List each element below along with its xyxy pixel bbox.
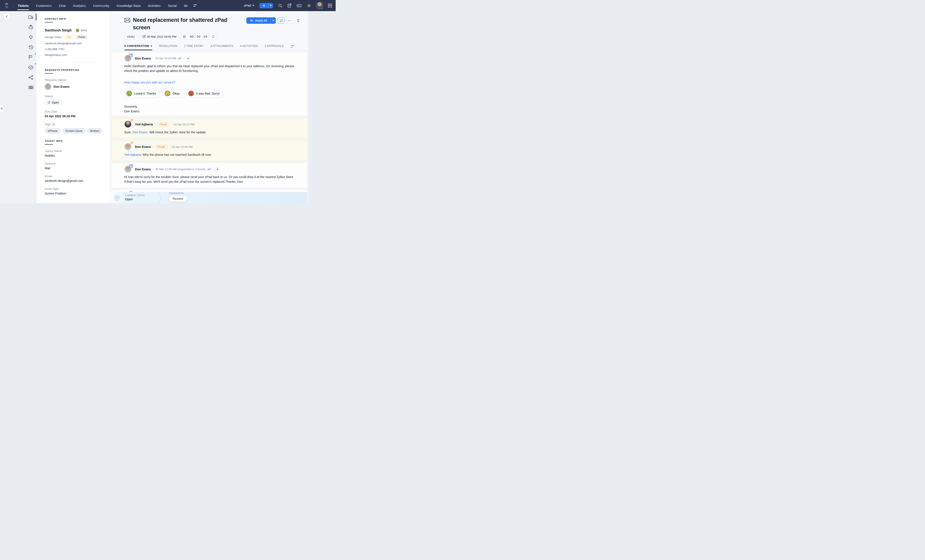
nav-item-analytics[interactable]: Analytics <box>72 1 86 11</box>
sidebar-item-integrations[interactable] <box>26 82 36 92</box>
left-sidebar: 2 4 <box>0 11 36 203</box>
section-underline <box>45 144 53 145</box>
collapse-panel-button[interactable] <box>3 13 10 20</box>
contact-company[interactable]: Design Indus <box>45 36 62 39</box>
conversation-list: Don Evans 03 Apr 10:10 AM Hello Santhosh… <box>110 51 309 203</box>
pause-icon[interactable] <box>182 34 188 39</box>
nav-more-menu-icon[interactable] <box>193 4 197 7</box>
tab-conversation[interactable]: 6 CONVERSATION <box>124 45 152 50</box>
ticket-info-title: TICKET INFO <box>45 140 103 142</box>
tags-label: Tags (3) <box>45 123 103 126</box>
more-icon <box>288 20 291 21</box>
message-author[interactable]: Don Evans <box>135 57 151 60</box>
integrations-icon <box>28 85 34 90</box>
nav-item-customers[interactable]: Customers <box>36 1 52 11</box>
nav-menu: Tickets Customers Chat Analytics Communi… <box>17 1 188 11</box>
contact-phone[interactable]: (+26) 669-7787 <box>45 47 103 51</box>
refresh-icon[interactable] <box>210 34 217 39</box>
sidebar-item-insights[interactable] <box>26 32 36 42</box>
tag-pill[interactable]: Screen Issue <box>63 128 86 134</box>
transition-label: TRANSITION <box>169 192 187 194</box>
more-actions-button[interactable] <box>286 17 293 24</box>
approvals-count-badge: 4 <box>35 62 36 65</box>
sidebar-item-bot[interactable] <box>26 22 36 32</box>
apps-grid-icon[interactable] <box>328 4 332 8</box>
feedback-options: Loved it. Thanks Okay It was Bad. Sorry! <box>124 89 295 98</box>
expand-icon[interactable] <box>186 57 190 60</box>
add-new-button[interactable] <box>259 3 273 8</box>
nav-item-knowledge-base[interactable]: Knowledge Base <box>116 1 141 11</box>
message-card: Don Evans 30 Mar 12:09 AM (responded in … <box>111 163 307 188</box>
nav-item-social[interactable]: Social <box>167 1 177 11</box>
feedback-okay-button[interactable]: Okay <box>163 89 184 98</box>
message-author[interactable]: Don Evans <box>135 145 151 149</box>
contact-email[interactable]: santhosh.design@email.com <box>45 41 103 45</box>
tag-pill[interactable]: Broken <box>87 128 102 134</box>
separator-dot <box>153 58 154 59</box>
channel-label: Channel <box>45 162 103 165</box>
private-note-card: Yod Agbaria Private 02 Apr 03:12 PM Sure… <box>111 118 307 138</box>
resolve-button[interactable]: Resolve <box>169 196 187 202</box>
nav-item-im[interactable]: IM <box>184 1 188 11</box>
owner-avatar <box>45 83 51 90</box>
message-time: 02 Apr 02:00 PM <box>172 145 193 149</box>
collapse-sidebar-handle[interactable] <box>0 105 4 112</box>
sidebar-item-approvals[interactable]: 4 <box>26 62 36 72</box>
reply-all-button[interactable]: Reply All <box>246 17 276 24</box>
avatar <box>125 143 131 150</box>
owner-name[interactable]: Don Evans <box>54 85 69 88</box>
add-new-dropdown[interactable] <box>268 3 273 8</box>
feedback-happy-button[interactable]: Loved it. Thanks <box>124 89 160 98</box>
nav-item-community[interactable]: Community <box>93 1 110 11</box>
sidebar-item-history[interactable] <box>26 42 36 52</box>
separator-dot <box>153 169 154 170</box>
mention-link[interactable]: Yod Agbaria <box>124 153 141 157</box>
separator-dot <box>139 36 140 37</box>
product-selector[interactable]: zPad <box>244 4 254 7</box>
status-value: Open <box>52 101 59 104</box>
blueprint-bar: CURRENT STATE Open TRANSITION Resolve <box>110 192 307 203</box>
tab-activities[interactable]: 4 ACTIVITIES <box>240 45 258 50</box>
tab-time-entry[interactable]: 2 TIME ENTRY <box>184 45 203 50</box>
section-underline <box>45 73 53 74</box>
message-time: 03 Apr 10:10 AM <box>155 57 176 60</box>
status-badge[interactable]: Open <box>45 100 62 105</box>
message-author[interactable]: Yod Agbaria <box>135 123 153 126</box>
comment-button[interactable] <box>278 17 284 24</box>
feedback-label: Loved it. Thanks <box>134 91 156 96</box>
settings-icon[interactable] <box>307 3 311 8</box>
message-author[interactable]: Don Evans <box>135 167 151 171</box>
nav-item-activities[interactable]: Activities <box>148 1 161 11</box>
plus-icon[interactable] <box>259 3 268 8</box>
tab-approvals[interactable]: 2 APPROVALS <box>265 45 284 50</box>
collapse-all-button[interactable] <box>295 17 301 24</box>
nav-item-chat[interactable]: Chat <box>59 1 66 11</box>
private-badge: Private <box>155 145 167 149</box>
message-body: Hello Santhosh, glad to inform you that … <box>124 65 294 72</box>
sidebar-item-share[interactable] <box>26 72 36 82</box>
feedback-bad-button[interactable]: It was Bad. Sorry! <box>186 89 224 98</box>
sidebar-item-departments[interactable] <box>26 12 36 22</box>
ticket-tabs: 6 CONVERSATION RESOLUTION 2 TIME ENTRY 3… <box>124 45 301 50</box>
expand-icon[interactable] <box>215 167 219 171</box>
search-icon[interactable] <box>278 3 282 8</box>
nav-item-tickets[interactable]: Tickets <box>17 1 29 11</box>
sad-face-icon <box>188 90 194 96</box>
tab-resolution[interactable]: RESOLUTION <box>159 45 177 50</box>
tag-pill[interactable]: zPhone <box>45 128 60 134</box>
reply-all-dropdown[interactable] <box>271 17 276 24</box>
feedback-icon[interactable] <box>288 3 292 8</box>
separator-dot <box>213 169 214 170</box>
sidebar-item-flagged[interactable]: 2 <box>26 52 36 62</box>
mention-link[interactable]: Don Evans. <box>133 131 149 134</box>
app-logo[interactable] <box>0 2 13 9</box>
survey-link[interactable]: How happy are you with our service? <box>124 80 295 85</box>
user-avatar[interactable] <box>316 2 323 9</box>
tabs-more-icon[interactable] <box>291 45 294 50</box>
tab-attachments[interactable]: 3 ATTACHMENTS <box>211 45 234 50</box>
avatar <box>125 166 131 173</box>
section-underline <box>45 22 53 23</box>
contact-name[interactable]: Santhosh Singh <box>45 28 72 32</box>
games-icon[interactable] <box>297 4 301 8</box>
contact-website[interactable]: DesignIndus.com <box>45 53 103 57</box>
